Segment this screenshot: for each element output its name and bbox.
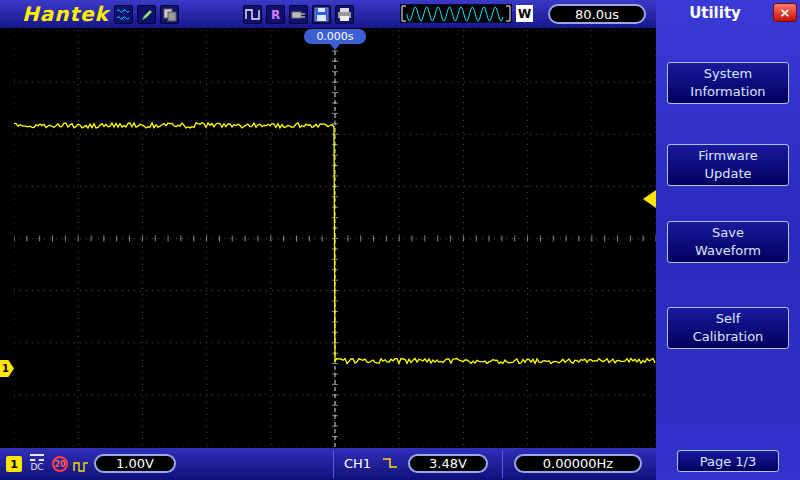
edit-icon[interactable] — [137, 5, 156, 24]
save-icon[interactable] — [312, 5, 331, 24]
close-icon[interactable]: × — [773, 3, 797, 22]
timebase-readout: 80.0us — [548, 4, 646, 24]
copy-icon[interactable] — [160, 5, 179, 24]
waveform-invert-icon — [73, 458, 89, 477]
top-toolbar: Hantek R W 80.0us — [0, 0, 656, 28]
trigger-level-readout: 3.48V — [408, 454, 488, 473]
waveform-icon[interactable] — [114, 5, 133, 24]
utility-menu-panel: Utility × System Information Firmware Up… — [656, 0, 800, 480]
channel1-badge: 1 — [6, 456, 22, 472]
self-calibration-button[interactable]: Self Calibration — [667, 307, 789, 349]
channel1-position-marker: 1 — [0, 360, 14, 377]
oscilloscope-screen: 0.000s 1 Hantek R — [0, 0, 800, 480]
record-letter: R — [271, 8, 280, 22]
statusbar-divider — [333, 450, 334, 478]
coupling-label: DC — [28, 462, 46, 472]
record-icon[interactable]: R — [266, 5, 285, 24]
usb-icon[interactable] — [289, 5, 308, 24]
frequency-counter-readout: 0.00000Hz — [514, 454, 642, 473]
pulse-icon[interactable] — [243, 5, 262, 24]
system-information-button[interactable]: System Information — [667, 62, 789, 104]
print-icon[interactable] — [335, 5, 354, 24]
window-icon[interactable]: W — [516, 5, 533, 22]
trigger-time-badge: 0.000s — [304, 29, 366, 44]
coupling-indicator: DC — [28, 452, 46, 472]
trigger-slope-icon — [382, 455, 398, 474]
scope-graticule-and-trace — [14, 30, 656, 447]
preview-waveform-icon[interactable] — [400, 4, 512, 23]
trigger-level-marker-icon — [643, 190, 656, 208]
trigger-time-notch-icon — [330, 44, 340, 50]
statusbar-divider — [502, 450, 503, 478]
dc-symbol-icon — [30, 454, 44, 456]
bandwidth-limit-badge: 20 — [52, 456, 68, 472]
page-indicator-button[interactable]: Page 1/3 — [677, 450, 779, 472]
menu-title: Utility — [656, 4, 774, 22]
firmware-update-button[interactable]: Firmware Update — [667, 144, 789, 186]
save-waveform-button[interactable]: Save Waveform — [667, 221, 789, 263]
brand-logo: Hantek — [22, 2, 109, 26]
volts-per-div-readout: 1.00V — [94, 454, 176, 473]
scope-display: 0.000s 1 — [0, 28, 656, 448]
trigger-source-label: CH1 — [344, 456, 371, 471]
